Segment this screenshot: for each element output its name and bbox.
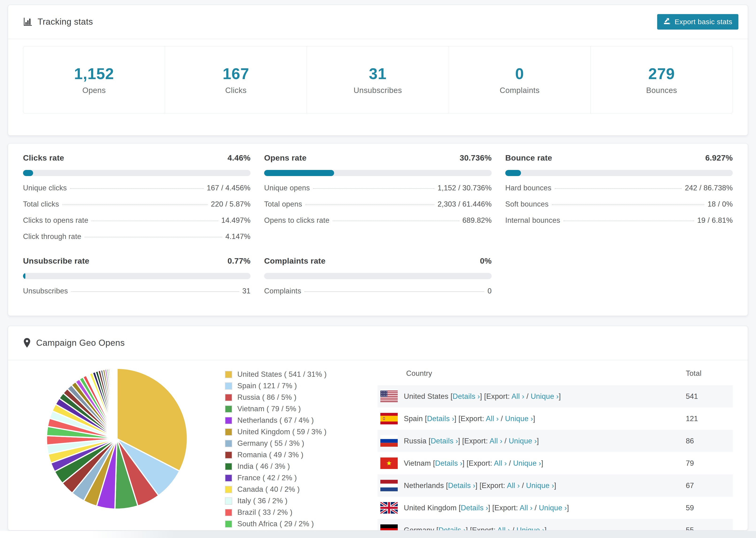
rate-detail-row: Unique clicks167 / 4.456% <box>23 184 250 192</box>
rate-detail-row: Unique opens1,152 / 30.736% <box>264 184 492 192</box>
export-all-link[interactable]: All › <box>519 504 532 512</box>
rate-detail-value: 689.82% <box>462 216 492 225</box>
details-link[interactable]: Details › <box>431 437 458 445</box>
slash: / <box>520 481 526 490</box>
rate-head: Complaints rate0% <box>264 256 492 265</box>
rate-head: Unsubscribe rate0.77% <box>23 256 250 265</box>
stat-cell-opens: 1,152Opens <box>23 46 165 113</box>
legend-label: France ( 42 / 2% ) <box>237 474 297 482</box>
bracket: ] <box>554 481 556 490</box>
section-title: Campaign Geo Opens <box>36 338 125 348</box>
rate-detail-label: Click through rate <box>23 232 81 241</box>
export-all-link[interactable]: All › <box>486 414 499 423</box>
export-basic-stats-button[interactable]: Export basic stats <box>657 14 738 29</box>
legend-item-canada[interactable]: Canada ( 40 / 2% ) <box>225 485 363 494</box>
details-link[interactable]: Details › <box>427 414 454 423</box>
rate-detail-value: 220 / 5.87% <box>211 200 250 208</box>
bracket: ] <box>559 392 561 401</box>
bracket: ] [Export: <box>488 504 519 512</box>
export-all-link[interactable]: All › <box>512 392 524 401</box>
tracking-stats-header: Tracking stats Export basic stats <box>8 5 748 39</box>
legend-item-romania[interactable]: Romania ( 49 / 3% ) <box>225 451 363 459</box>
tracking-stats-summary: 1,152Opens167Clicks31Unsubscribes0Compla… <box>23 46 733 113</box>
legend-item-netherlands[interactable]: Netherlands ( 67 / 4% ) <box>225 416 363 425</box>
details-link[interactable]: Details › <box>453 392 480 401</box>
bracket: [ <box>459 504 461 512</box>
legend-item-russia[interactable]: Russia ( 86 / 5% ) <box>225 393 363 402</box>
legend-item-united-kingdom[interactable]: United Kingdom ( 59 / 3% ) <box>225 428 363 436</box>
progress-fill <box>23 170 33 176</box>
export-all-link[interactable]: All › <box>494 459 507 467</box>
bounce-rate-block: Bounce rate6.927%Hard bounces242 / 86.73… <box>505 153 733 241</box>
legend-item-italy[interactable]: Italy ( 36 / 2% ) <box>225 497 363 505</box>
details-link[interactable]: Details › <box>435 459 462 467</box>
stat-cell-unsubscribes: 31Unsubscribes <box>307 46 449 113</box>
legend-item-germany[interactable]: Germany ( 55 / 3% ) <box>225 439 363 448</box>
stat-cell-clicks: 167Clicks <box>165 46 307 113</box>
export-unique-link[interactable]: Unique › <box>526 481 554 490</box>
rate-detail-row: Unsubscribes31 <box>23 287 250 295</box>
table-row-ru: Russia [Details ›] [Export: All › / Uniq… <box>378 430 733 452</box>
stat-value: 31 <box>369 65 387 82</box>
legend-label: Romania ( 49 / 3% ) <box>237 451 303 459</box>
legend-label: Germany ( 55 / 3% ) <box>237 439 304 448</box>
rate-head: Opens rate30.736% <box>264 153 492 162</box>
legend-label: Brazil ( 33 / 2% ) <box>237 508 293 517</box>
rate-detail-value: 4.147% <box>225 232 250 241</box>
legend-swatch <box>225 405 232 413</box>
export-unique-link[interactable]: Unique › <box>505 414 533 423</box>
rate-detail-label: Unsubscribes <box>23 287 68 295</box>
legend-item-south-africa[interactable]: South Africa ( 29 / 2% ) <box>225 520 363 528</box>
total-cell: 541 <box>686 392 733 401</box>
rate-detail-value: 19 / 6.81% <box>697 216 733 225</box>
rates-grid: Clicks rate4.46%Unique clicks167 / 4.456… <box>8 143 748 295</box>
legend-swatch <box>225 452 232 459</box>
rate-detail-label: Unique clicks <box>23 184 67 192</box>
details-link[interactable]: Details › <box>438 526 465 531</box>
rate-detail-label: Clicks to opens rate <box>23 216 88 225</box>
export-unique-link[interactable]: Unique › <box>513 459 541 467</box>
legend-item-united-states[interactable]: United States ( 541 / 31% ) <box>225 370 363 379</box>
export-unique-link[interactable]: Unique › <box>509 437 537 445</box>
legend-item-vietnam[interactable]: Vietnam ( 79 / 5% ) <box>225 405 363 413</box>
bracket: ] <box>533 414 535 423</box>
export-icon <box>663 17 671 27</box>
us-flag-icon <box>380 391 404 402</box>
dotted-leader <box>62 204 207 205</box>
legend-item-india[interactable]: India ( 46 / 3% ) <box>225 462 363 471</box>
export-unique-link[interactable]: Unique › <box>516 526 545 531</box>
dotted-leader <box>70 188 203 189</box>
rate-detail-value: 0 <box>487 287 492 295</box>
geo-title: Campaign Geo Opens <box>23 338 125 348</box>
progress-fill <box>264 170 334 176</box>
page-title: Tracking stats <box>37 17 93 27</box>
legend-label: United States ( 541 / 31% ) <box>237 370 327 379</box>
country-name: Russia <box>404 437 428 445</box>
legend-swatch <box>225 463 232 470</box>
campaign-geo-opens-card: Campaign Geo Opens United States ( 541 /… <box>8 326 748 530</box>
legend-item-france[interactable]: France ( 42 / 2% ) <box>225 474 363 482</box>
bracket: [ <box>433 459 435 467</box>
bracket: [ <box>451 392 453 401</box>
legend-label: Vietnam ( 79 / 5% ) <box>237 405 301 413</box>
export-all-link[interactable]: All › <box>490 437 503 445</box>
legend-label: Netherlands ( 67 / 4% ) <box>237 416 314 425</box>
details-link[interactable]: Details › <box>448 481 475 490</box>
table-row-de: Germany [Details ›] [Export: All › / Uni… <box>378 519 733 530</box>
export-all-link[interactable]: All › <box>497 526 510 531</box>
bounce-rate-value: 6.927% <box>705 153 733 162</box>
legend-item-brazil[interactable]: Brazil ( 33 / 2% ) <box>225 508 363 517</box>
rate-head: Bounce rate6.927% <box>505 153 733 162</box>
details-link[interactable]: Details › <box>461 504 488 512</box>
es-flag-icon <box>380 413 404 424</box>
legend-swatch <box>225 394 232 401</box>
export-unique-link[interactable]: Unique › <box>531 392 559 401</box>
unsubscribe-rate-block: Unsubscribe rate0.77%Unsubscribes31 <box>23 256 250 295</box>
rate-detail-row: Hard bounces242 / 86.738% <box>505 184 733 192</box>
legend-swatch <box>225 486 232 493</box>
legend-item-spain[interactable]: Spain ( 121 / 7% ) <box>225 382 363 390</box>
export-all-link[interactable]: All › <box>507 481 520 490</box>
country-name: Vietnam <box>404 459 433 467</box>
bracket: ] <box>541 459 543 467</box>
export-unique-link[interactable]: Unique › <box>539 504 567 512</box>
